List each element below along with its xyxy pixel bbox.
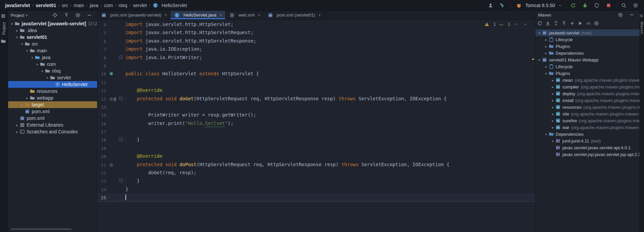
- tree-row[interactable]: ▾mservlet01 Maven Webapp: [535, 56, 640, 63]
- code-line[interactable]: 20 @Override: [97, 152, 535, 160]
- tree-row[interactable]: ▸Dependencies: [535, 50, 640, 56]
- code-line[interactable]: 17: [97, 127, 535, 135]
- tree-row[interactable]: javax.servlet.jsp:javax.servlet.jsp-api:…: [535, 151, 640, 158]
- chevron-collapsed-icon[interactable]: ▸: [551, 78, 555, 82]
- run-config-selector[interactable]: Tomcat 8.5.50: [514, 2, 566, 9]
- breadcrumb-item[interactable]: java: [88, 2, 100, 8]
- chevron-collapsed-icon[interactable]: ▸: [551, 112, 555, 116]
- code-line[interactable]: 12 @Override: [97, 86, 535, 94]
- code-line[interactable]: 22 doGet(req, resp);: [97, 169, 535, 177]
- breadcrumb-item[interactable]: servlet: [131, 2, 148, 8]
- maven-panel-title[interactable]: Maven: [538, 12, 551, 18]
- editor-content[interactable]: 4import javax.servlet.http.HttpServlet;5…: [97, 20, 535, 232]
- expand-all-button[interactable]: [553, 20, 560, 27]
- fold-marker[interactable]: −: [119, 97, 123, 100]
- fold-marker[interactable]: −: [119, 137, 123, 141]
- tree-row[interactable]: ▸.idea: [8, 27, 97, 34]
- chevron-up-icon[interactable]: [513, 22, 519, 27]
- chevron-expanded-icon[interactable]: ▾: [544, 132, 548, 136]
- plus-button[interactable]: [569, 20, 577, 27]
- chevron-collapsed-icon[interactable]: ▸: [25, 96, 29, 100]
- chevron-collapsed-icon[interactable]: ▸: [544, 65, 548, 69]
- code-line[interactable]: 25: [97, 193, 535, 201]
- breadcrumb-item[interactable]: javaServlet: [3, 2, 32, 8]
- code-line[interactable]: 23− }: [97, 177, 535, 185]
- tree-row[interactable]: ▾java: [8, 54, 97, 61]
- editor-tab[interactable]: </>web.xml×: [226, 11, 264, 19]
- chevron-expanded-icon[interactable]: ▾: [45, 76, 50, 80]
- tree-row[interactable]: ▾nlxq: [8, 68, 97, 74]
- code-line[interactable]: 6import javax.servlet.http.HttpServletRe…: [97, 37, 535, 45]
- tree-row[interactable]: ▸msite(org.apache.maven.plugins:maven-si…: [535, 110, 640, 117]
- breadcrumb-item[interactable]: main: [72, 2, 86, 8]
- settings-button[interactable]: [74, 12, 83, 19]
- chevron-down-icon[interactable]: ▾: [26, 14, 27, 17]
- download-button[interactable]: [545, 20, 552, 27]
- code-line[interactable]: 19: [97, 144, 535, 152]
- chevron-collapsed-icon[interactable]: ▸: [544, 38, 548, 42]
- project-panel-title[interactable]: Project: [11, 13, 24, 18]
- breadcrumb-item[interactable]: nlxq: [117, 2, 129, 8]
- chevron-collapsed-icon[interactable]: ▸: [15, 29, 19, 32]
- coverage-button[interactable]: [593, 2, 602, 9]
- chevron-collapsed-icon[interactable]: ▸: [551, 99, 555, 102]
- tree-row[interactable]: mpom.xml: [8, 115, 97, 122]
- tree-row[interactable]: ▸mclean(org.apache.maven.plugins:maven-c…: [535, 77, 640, 83]
- chevron-collapsed-icon[interactable]: ▸: [544, 51, 548, 55]
- fold-marker[interactable]: −: [119, 179, 123, 182]
- chevron-collapsed-icon[interactable]: ▸: [15, 130, 19, 134]
- editor-tab[interactable]: mpom.xml (javaweb-servlet)×: [97, 11, 171, 19]
- tree-row[interactable]: CHelloServlet: [8, 81, 97, 88]
- rerun-button[interactable]: [569, 2, 578, 9]
- chevron-collapsed-icon[interactable]: ▸: [551, 85, 555, 89]
- tree-row[interactable]: ▸Scratches and Consoles: [8, 128, 97, 135]
- chevron-collapsed-icon[interactable]: ▸: [551, 92, 555, 96]
- chevron-expanded-icon[interactable]: ▾: [544, 72, 548, 75]
- tree-row[interactable]: ▾com: [8, 61, 97, 68]
- breadcrumb-item[interactable]: com: [102, 2, 114, 8]
- chevron-collapsed-icon[interactable]: ▸: [544, 45, 548, 48]
- tree-row[interactable]: ▾Dependencies: [535, 131, 640, 137]
- tree-row[interactable]: ▸target: [8, 101, 97, 108]
- breadcrumb-item[interactable]: servlet01: [34, 2, 58, 8]
- code-line[interactable]: 16 writer.print("Hello,Serlvet");: [97, 119, 535, 127]
- tab-close-icon[interactable]: ×: [258, 12, 260, 18]
- chevron-expanded-icon[interactable]: ▾: [537, 58, 541, 62]
- tree-row[interactable]: ▸mresources(org.apache.maven.plugins:mav…: [535, 104, 640, 110]
- debug-button[interactable]: [581, 2, 590, 9]
- chevron-collapsed-icon[interactable]: ▸: [551, 126, 555, 129]
- tree-row[interactable]: ▸Lifecycle: [535, 36, 640, 43]
- settings-button[interactable]: [593, 20, 601, 27]
- person-button[interactable]: [487, 2, 496, 9]
- code-line[interactable]: 21 protected void doPost(HttpServletRequ…: [97, 160, 535, 169]
- tree-row[interactable]: javax.servlet:javax.servlet-api:4.0.1: [535, 144, 640, 151]
- tree-row[interactable]: ▸Plugins: [535, 43, 640, 50]
- project-scrollbar[interactable]: [11, 228, 71, 230]
- settings-button[interactable]: [632, 2, 641, 9]
- locate-button[interactable]: [51, 12, 60, 19]
- tree-row[interactable]: resources: [8, 88, 97, 95]
- tab-close-icon[interactable]: ×: [318, 12, 321, 18]
- inspection-widget[interactable]: 1 1: [484, 22, 530, 27]
- code-line[interactable]: 7import java.io.IOException;: [97, 45, 535, 53]
- code-line[interactable]: 5import javax.servlet.http.HttpServletRe…: [97, 28, 535, 36]
- chevron-collapsed-icon[interactable]: ▸: [551, 105, 555, 109]
- chevron-expanded-icon[interactable]: ▾: [25, 49, 29, 53]
- tool-windows-icon[interactable]: [0, 13, 6, 19]
- project-stripe-button[interactable]: Project: [2, 22, 6, 35]
- chevron-expanded-icon[interactable]: ▾: [537, 31, 541, 35]
- tree-row[interactable]: ▾Plugins: [535, 70, 640, 77]
- run-button[interactable]: [577, 20, 585, 27]
- tree-row[interactable]: ▸mdeploy(org.apache.maven.plugins:maven-…: [535, 90, 640, 97]
- code-line[interactable]: 9: [97, 61, 535, 70]
- editor-tab[interactable]: mpom.xml (servlet01)×: [264, 11, 325, 19]
- tree-row[interactable]: ▾javaServlet [javaweb-servlet]D:\JavaR: [8, 20, 97, 27]
- chevron-collapsed-icon[interactable]: ▸: [15, 123, 19, 127]
- tree-row[interactable]: ▸minstall(org.apache.maven.plugins:maven…: [535, 97, 640, 104]
- tree-row[interactable]: ▾servlet01: [8, 34, 97, 41]
- code-line[interactable]: 18− }: [97, 135, 535, 144]
- chevron-expanded-icon[interactable]: ▾: [20, 42, 24, 46]
- chevron-down-icon[interactable]: [522, 22, 528, 27]
- breadcrumb-item[interactable]: CHelloServlet: [151, 2, 188, 8]
- chevron-expanded-icon[interactable]: ▾: [40, 69, 45, 73]
